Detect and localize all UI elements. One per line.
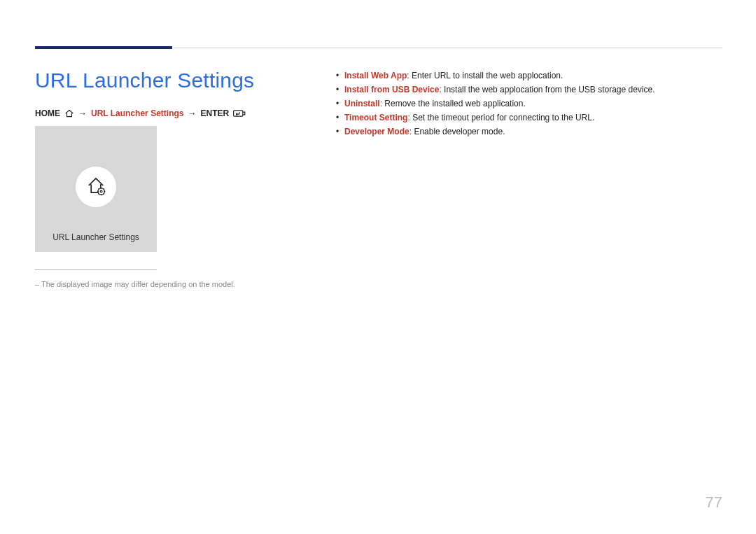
header-accent-bar	[35, 46, 172, 49]
feature-list: Install Web App: Enter URL to install th…	[335, 69, 722, 139]
feature-term: Uninstall	[344, 99, 380, 108]
list-item: Developer Mode: Enable developer mode.	[335, 125, 722, 139]
thumbnail-panel: URL Launcher Settings	[35, 126, 157, 252]
note-rule	[35, 269, 157, 270]
svg-line-8	[104, 193, 104, 194]
breadcrumb-arrow-2: →	[188, 108, 196, 118]
feature-desc: Remove the installed web application.	[384, 99, 525, 108]
breadcrumb-arrow-1: →	[78, 108, 87, 118]
svg-line-10	[99, 193, 99, 194]
breadcrumb-home: HOME	[35, 108, 60, 118]
list-item: Install Web App: Enter URL to install th…	[335, 69, 722, 83]
list-item: Timeout Setting: Set the timeout period …	[335, 111, 722, 125]
feature-term: Install Web App	[344, 71, 407, 80]
breadcrumb: HOME → URL Launcher Settings → ENTER	[35, 108, 246, 118]
document-page: URL Launcher Settings HOME → URL Launche…	[0, 0, 756, 534]
breadcrumb-current: URL Launcher Settings	[91, 108, 183, 118]
feature-term: Timeout Setting	[344, 113, 407, 122]
breadcrumb-enter: ENTER	[200, 108, 229, 118]
thumbnail-label: URL Launcher Settings	[35, 232, 157, 242]
home-icon	[64, 109, 74, 118]
header-rule	[174, 48, 722, 48]
feature-desc: Install the web applocation from the USB…	[444, 85, 655, 94]
feature-desc: Enter URL to install the web applocation…	[412, 71, 563, 80]
feature-colon: :	[407, 71, 412, 80]
feature-term: Developer Mode	[344, 127, 410, 136]
enter-icon	[233, 109, 246, 118]
svg-line-9	[104, 188, 104, 189]
svg-rect-0	[234, 111, 243, 116]
list-item: Uninstall: Remove the installed web appl…	[335, 97, 722, 111]
page-title: URL Launcher Settings	[35, 69, 254, 92]
list-item: Install from USB Device: Install the web…	[335, 83, 722, 97]
feature-term: Install from USB Device	[344, 85, 439, 94]
thumbnail-icon-circle	[76, 167, 116, 207]
svg-line-7	[99, 188, 99, 189]
page-number: 77	[706, 493, 722, 512]
feature-desc: Enable developer mode.	[414, 127, 505, 136]
image-note: The displayed image may differ depending…	[35, 280, 235, 288]
home-gear-icon	[84, 174, 108, 200]
feature-desc: Set the timeout period for connecting to…	[412, 113, 594, 122]
